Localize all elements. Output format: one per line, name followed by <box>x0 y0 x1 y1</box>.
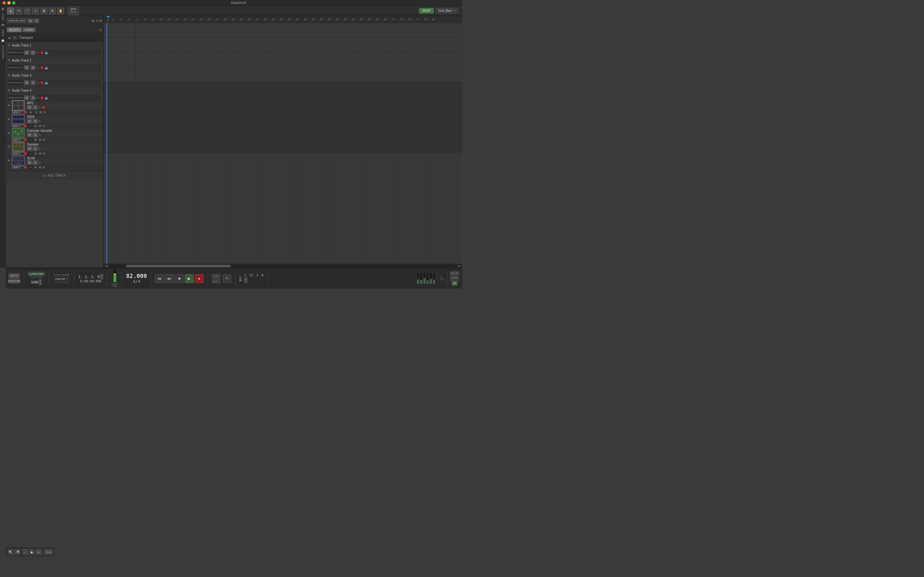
scrollbar-thumb[interactable] <box>126 265 231 268</box>
sampler-m[interactable]: M <box>27 147 32 151</box>
wave-icon[interactable]: ≋ <box>95 19 98 23</box>
sidebar-item-mixer[interactable] <box>1 6 5 11</box>
granular-lane-x[interactable]: ✕ <box>43 138 45 141</box>
mpc-lane-m[interactable]: M <box>39 111 42 114</box>
minimize-button[interactable] <box>7 1 11 5</box>
groove-button[interactable]: GROOVE <box>8 279 20 284</box>
grid-dropdown[interactable]: Grid (Bar) ▼ <box>436 8 458 13</box>
manual-rec-button[interactable]: MANUAL REC <box>7 18 27 23</box>
add-track-button[interactable]: ⊕ ADD TRACK <box>6 171 103 180</box>
audio1-s[interactable]: S <box>31 50 36 55</box>
grid-scrollbar[interactable]: ◀ ▶ <box>103 264 462 268</box>
sidebar-item-rack[interactable] <box>1 23 5 27</box>
song-button[interactable]: SONG <box>23 27 36 32</box>
stop-button[interactable]: ■ <box>175 274 184 283</box>
select-tool[interactable]: ▲ <box>7 7 14 15</box>
marquee-tool[interactable]: ⊠ <box>40 7 47 15</box>
play-button[interactable]: ▶ <box>185 274 194 283</box>
audio4-s[interactable]: S <box>31 95 36 100</box>
add-icon[interactable]: ⊕ <box>91 19 95 23</box>
synth-s[interactable]: S <box>33 160 38 165</box>
expand-sampler[interactable]: ▼ <box>7 145 11 148</box>
transport-expand[interactable]: ▶ <box>8 36 11 39</box>
synth-lane-x[interactable]: ✕ <box>43 166 45 169</box>
block-button[interactable]: BLOCK <box>7 27 21 32</box>
grid-content[interactable] <box>103 23 462 264</box>
mpc-m[interactable]: M <box>27 105 32 110</box>
mixer-label[interactable]: Mixer <box>1 12 5 22</box>
sidebar-item-sequencer[interactable] <box>1 38 5 43</box>
expand-granular[interactable]: ▼ <box>7 131 11 135</box>
grid-icon[interactable]: ⊞ <box>99 19 102 23</box>
audio1-rec-dot[interactable] <box>41 51 43 54</box>
sampler-lane-x[interactable]: ✕ <box>43 152 45 155</box>
pencil-tool[interactable]: ✏ <box>15 7 23 15</box>
sampler-s[interactable]: S <box>33 147 38 151</box>
pos-down-button[interactable]: ▼ <box>100 277 103 279</box>
expand-s900[interactable]: ▼ <box>7 118 11 121</box>
expand-audio3[interactable]: ▼ <box>7 74 11 77</box>
s900-lane-dropdown[interactable]: ▼ <box>34 124 37 128</box>
audio2-rec-dot[interactable] <box>41 66 43 69</box>
sampler-lane-dropdown[interactable]: ▼ <box>34 152 37 155</box>
audio1-m[interactable]: M <box>24 50 29 55</box>
master-m-button[interactable]: M <box>28 19 33 23</box>
audio2-m[interactable]: M <box>24 65 29 70</box>
synth-m[interactable]: M <box>27 160 32 165</box>
curve-tool[interactable]: ◠ <box>24 7 31 15</box>
audio3-s[interactable]: S <box>31 81 36 85</box>
zoom-tool[interactable]: ⊕ <box>49 7 56 15</box>
loop-button[interactable]: ↻ <box>223 274 231 283</box>
snap-button[interactable]: SNAP <box>419 8 434 13</box>
record-button[interactable]: ● <box>195 274 204 283</box>
s900-m[interactable]: M <box>27 119 32 123</box>
mpc-s[interactable]: S <box>33 105 38 110</box>
pos-right-down[interactable]: ▼ <box>244 280 247 283</box>
audio4-m[interactable]: M <box>24 95 29 100</box>
expand-audio1[interactable]: ▼ <box>7 44 11 47</box>
rack-label[interactable]: Rack <box>1 28 5 37</box>
fast-forward-button[interactable]: ⏭ <box>165 274 174 283</box>
keys-button[interactable]: KEYS <box>8 273 20 278</box>
mpc-lane-dropdown[interactable]: ▼ <box>35 111 38 114</box>
synth-lane-dropdown[interactable]: ▼ <box>34 166 37 169</box>
bpm-display[interactable]: 82.000 <box>126 273 147 279</box>
audio4-rec-dot[interactable] <box>41 97 43 99</box>
synth-lane-m[interactable]: M <box>39 166 41 169</box>
granular-lane-m[interactable]: M <box>39 138 41 141</box>
pos-up-button[interactable]: ▲ <box>100 274 103 277</box>
scroll-right-icon[interactable]: ▶ <box>457 265 461 268</box>
alt-button[interactable]: ALT <box>212 279 220 284</box>
sync-mode-dropdown[interactable]: Internal ▼ <box>53 277 70 281</box>
scrollbar-track[interactable] <box>109 265 457 268</box>
expand-audio2[interactable]: ▼ <box>7 59 11 62</box>
s900-lane-m[interactable]: M <box>39 124 41 127</box>
s900-s[interactable]: S <box>33 119 38 123</box>
mpc-rec-dot[interactable] <box>42 106 45 109</box>
granular-lane-dropdown[interactable]: ▼ <box>34 138 37 142</box>
quantize-up-button[interactable]: ▲ <box>39 279 42 282</box>
master-s-button[interactable]: S <box>34 19 39 23</box>
sampler-lane-m[interactable]: M <box>39 152 41 155</box>
audio3-m[interactable]: M <box>24 81 29 85</box>
mpc-lane-x[interactable]: ✕ <box>43 111 46 114</box>
pos-right-up[interactable]: ▲ <box>244 277 247 280</box>
expand-synth[interactable]: ▼ <box>7 159 11 162</box>
sequencer-label[interactable]: Sequencer <box>1 44 5 61</box>
edit-mode-button[interactable]: EDIT MODE <box>68 6 79 15</box>
hand-tool[interactable]: ✋ <box>57 7 64 15</box>
granular-m[interactable]: M <box>27 133 32 137</box>
delay-comp-on-button[interactable]: ON <box>452 281 458 285</box>
quantize-down-button[interactable]: ▼ <box>39 282 42 285</box>
scroll-left-icon[interactable]: ◀ <box>104 265 109 268</box>
maximize-button[interactable] <box>12 1 15 5</box>
audio2-s[interactable]: S <box>31 65 36 70</box>
q-record-button[interactable]: Q RECORD <box>28 272 45 276</box>
rewind-button[interactable]: ⏮ <box>155 274 164 283</box>
expand-audio4[interactable]: ▼ <box>7 89 11 92</box>
snap-tool[interactable]: ◇ <box>32 7 39 15</box>
close-button[interactable] <box>3 1 6 5</box>
expand-mpc[interactable]: ▼ <box>7 104 11 107</box>
dub-button[interactable]: DUB <box>212 274 220 279</box>
s900-lane-x[interactable]: ✕ <box>43 124 45 127</box>
